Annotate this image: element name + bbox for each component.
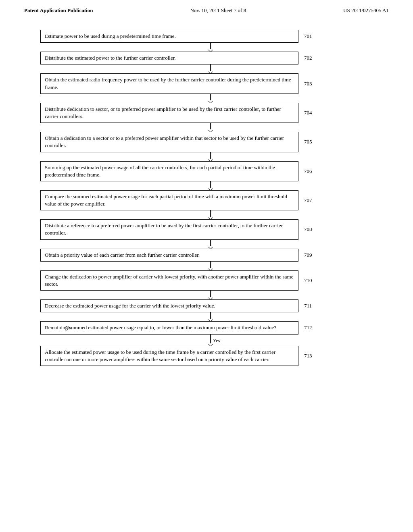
arrow-709 bbox=[81, 262, 340, 270]
no-label: No bbox=[65, 325, 71, 331]
flow-row-705: Obtain a dedication to a sector or to a … bbox=[40, 132, 381, 152]
flow-row-713: Allocate the estimated power usage to be… bbox=[40, 346, 381, 366]
flow-row-711: Decrease the estimated power usage for t… bbox=[40, 299, 381, 312]
step-box-705: Obtain a dedication to a sector or to a … bbox=[40, 132, 298, 152]
flow-row-703: Obtain the estimated radio frequency pow… bbox=[40, 73, 381, 94]
flow-row-706: Summing up the estimated power usage of … bbox=[40, 161, 381, 181]
step-box-701: Estimate power to be used during a prede… bbox=[40, 30, 298, 43]
page-header: Patent Application Publication Nov. 10, … bbox=[0, 0, 413, 18]
arrow-710 bbox=[81, 291, 340, 299]
arrow-708 bbox=[81, 240, 340, 249]
step-box-704: Distribute dedication to sector, or to p… bbox=[40, 103, 298, 123]
flow-row-710: Change the dedication to power amplifier… bbox=[40, 270, 381, 291]
step-box-710: Change the dedication to power amplifier… bbox=[40, 270, 298, 291]
flow-row-709: Obtain a priority value of each carrier … bbox=[40, 249, 381, 262]
arrow-707 bbox=[81, 210, 340, 219]
flowchart: Estimate power to be used during a prede… bbox=[0, 18, 413, 382]
flow-row-707: Compare the summed estimated power usage… bbox=[40, 190, 381, 210]
step-box-706: Summing up the estimated power usage of … bbox=[40, 161, 298, 181]
arrow-702 bbox=[81, 64, 340, 73]
step-num-710: 710 bbox=[304, 277, 318, 284]
arrow-701 bbox=[81, 43, 340, 52]
flow-row-704: Distribute dedication to sector, or to p… bbox=[40, 103, 381, 123]
step-box-711: Decrease the estimated power usage for t… bbox=[40, 299, 298, 312]
flow-row-702: Distribute the estimated power to the fu… bbox=[40, 52, 381, 64]
step-box-713: Allocate the estimated power usage to be… bbox=[40, 346, 298, 366]
flow-row-708: Distribute a reference to a preferred po… bbox=[40, 219, 381, 239]
step-box-703: Obtain the estimated radio frequency pow… bbox=[40, 73, 298, 94]
step-num-704: 704 bbox=[304, 110, 318, 116]
arrow-705 bbox=[81, 152, 340, 161]
step-num-703: 703 bbox=[304, 81, 318, 87]
flow-row-712: NoRemaining summed estimated power usage… bbox=[40, 321, 381, 334]
step-box-708: Distribute a reference to a preferred po… bbox=[40, 219, 298, 239]
step-num-706: 706 bbox=[304, 168, 318, 175]
step-num-713: 713 bbox=[304, 353, 318, 359]
step-num-707: 707 bbox=[304, 197, 318, 204]
step-num-705: 705 bbox=[304, 139, 318, 145]
step-box-707: Compare the summed estimated power usage… bbox=[40, 190, 298, 210]
step-box-709: Obtain a priority value of each carrier … bbox=[40, 249, 298, 262]
step-num-709: 709 bbox=[304, 252, 318, 258]
step-num-702: 702 bbox=[304, 55, 318, 61]
flow-row-701: Estimate power to be used during a prede… bbox=[40, 30, 381, 43]
arrow-706 bbox=[81, 181, 340, 190]
header-right: US 2011/0275405 A1 bbox=[343, 7, 389, 14]
header-center: Nov. 10, 2011 Sheet 7 of 8 bbox=[190, 7, 246, 14]
yes-label: Yes bbox=[213, 338, 220, 344]
step-num-712: 712 bbox=[304, 324, 318, 331]
arrow-yes: Yes bbox=[81, 335, 340, 346]
step-box-712: Remaining summed estimated power usage e… bbox=[40, 321, 298, 334]
step-num-701: 701 bbox=[304, 33, 318, 39]
header-left: Patent Application Publication bbox=[24, 7, 93, 14]
arrow-704 bbox=[81, 123, 340, 132]
step-num-711: 711 bbox=[304, 303, 318, 309]
arrow-711 bbox=[81, 312, 340, 321]
step-box-702: Distribute the estimated power to the fu… bbox=[40, 52, 298, 64]
arrow-703 bbox=[81, 94, 340, 103]
step-num-708: 708 bbox=[304, 226, 318, 233]
